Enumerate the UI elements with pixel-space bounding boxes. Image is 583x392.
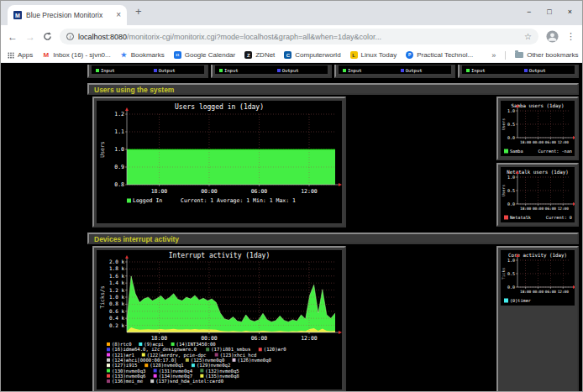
interrupt-activity-graph[interactable]: Interrupt activity (1day)Ticks/s0.2 k0.4… [97, 250, 342, 389]
svg-text:Users: Users [502, 185, 506, 196]
legend-swatch [186, 358, 189, 362]
bookmark-item[interactable]: PPractical Technol... [406, 51, 473, 59]
svg-text:1.8 k: 1.8 k [109, 265, 124, 271]
zdnet-icon: Z [244, 51, 252, 59]
interrupts-section-body: Interrupt activity (1day)Ticks/s0.2 k0.4… [87, 246, 579, 391]
legend-swatch [171, 342, 175, 346]
svg-text:Netatalk users (1day): Netatalk users (1day) [507, 170, 568, 175]
bookmark-label: Linux Today [361, 51, 397, 59]
legend-swatch [127, 199, 131, 203]
cutoff-graph-panel: InputOutput [334, 65, 455, 78]
users-section: Users using the system Users logged in (… [87, 83, 579, 227]
output-legend-swatch [401, 69, 404, 72]
svg-text:Current: 1 Average: 1 Mi: Current: 1 Average: 1 Min: 1 Max: 1 [181, 197, 296, 204]
apps-label: Apps [18, 51, 33, 59]
back-button[interactable]: ← [8, 32, 18, 42]
legend-swatch [142, 353, 145, 357]
svg-text:0.8 k: 0.8 k [109, 301, 124, 306]
legend-swatch [107, 342, 110, 346]
legend-swatch [259, 348, 262, 351]
other-bookmarks-button[interactable]: Other bookmarks [515, 51, 578, 59]
output-legend-swatch [154, 69, 157, 72]
legend-swatch [144, 363, 148, 367]
navigation-bar: ← → i localhost:8080/monitorix-cgi/monit… [1, 25, 582, 48]
svg-text:1.1: 1.1 [114, 128, 124, 135]
browser-tab[interactable]: M Blue Precision Monitorix × [8, 5, 127, 25]
legend-label: (14)INT3450:00 [176, 342, 216, 347]
svg-text:Samba users (1day): Samba users (1day) [512, 103, 565, 109]
url-text[interactable]: localhost:8080/monitorix-cgi/monitorix.c… [78, 33, 520, 41]
forward-button[interactable]: → [25, 32, 35, 42]
legend-swatch [107, 358, 110, 362]
apps-grid-icon [8, 52, 14, 59]
bookmark-item[interactable]: ZZDNet [244, 51, 275, 59]
legend-swatch [139, 342, 142, 346]
close-window-button[interactable]: × [568, 8, 572, 16]
window-controls: − □ × [527, 1, 572, 23]
legend-label: Samba [510, 149, 523, 154]
svg-text:Current: 0: Current: 0 [546, 215, 572, 220]
input-legend-swatch [219, 69, 223, 72]
users-section-body: Users logged in (1day)Users0.80.91.01.11… [87, 97, 579, 227]
minimize-button[interactable]: − [527, 8, 531, 16]
reload-icon[interactable] [43, 32, 52, 41]
tab-strip: M Blue Precision Monitorix × + − □ × [1, 1, 582, 25]
svg-text:18:00: 18:00 [520, 206, 532, 211]
bookmarks-divider [505, 51, 506, 60]
bookmark-item[interactable]: ★Bookmarks [120, 51, 165, 59]
browser-menu-icon[interactable]: ⋮ [566, 32, 575, 41]
svg-text:00:00: 00:00 [533, 290, 544, 294]
users-logged-in-graph[interactable]: Users logged in (1day)Users0.80.91.01.11… [97, 101, 342, 223]
svg-text:12:00: 12:00 [558, 290, 570, 294]
svg-text:12:00: 12:00 [301, 335, 318, 342]
address-bar[interactable]: i localhost:8080/monitorix-cgi/monitorix… [60, 29, 538, 44]
page-info-icon[interactable]: i [66, 33, 74, 40]
bookmark-item[interactable]: 31Google Calendar [174, 51, 235, 59]
netatalk-users-graph[interactable]: Netatalk users (1day)Users0.00.51.018:00… [501, 167, 575, 222]
bookmark-label: Bookmarks [131, 51, 165, 59]
bookmarks-overflow-icon[interactable]: » [491, 51, 496, 60]
core-activity-graph[interactable]: Core activity (1day)Ticks0.00.51.018:000… [501, 250, 575, 306]
bookmark-label: Inbox (16) - sjvn0... [53, 51, 110, 59]
legend-label: (124)ahci[0000:00:17.0] [112, 358, 176, 363]
svg-text:0.9: 0.9 [114, 164, 124, 170]
svg-text:Users: Users [502, 118, 506, 130]
svg-text:06:00: 06:00 [545, 206, 557, 211]
svg-text:18:00: 18:00 [151, 335, 168, 342]
legend-swatch [150, 379, 154, 383]
output-legend-swatch [277, 69, 281, 72]
legend-swatch [504, 299, 508, 303]
svg-text:18:00: 18:00 [520, 290, 532, 294]
bookmark-star-icon[interactable]: ☆ [524, 33, 532, 41]
svg-text:06:00: 06:00 [251, 188, 268, 195]
legend-label: Netatalk [510, 215, 532, 220]
input-legend-swatch [343, 69, 346, 72]
gmail-icon: M [42, 51, 50, 59]
apps-shortcut[interactable]: Apps [8, 51, 33, 59]
svg-text:0.6 k: 0.6 k [109, 308, 124, 314]
legend-swatch [154, 369, 157, 373]
bookmark-item[interactable]: LLinux Today [350, 51, 397, 59]
netatalk-users-panel: Netatalk users (1day)Users0.00.51.018:00… [496, 163, 579, 227]
maximize-button[interactable]: □ [547, 8, 551, 16]
tab-close-icon[interactable]: × [116, 11, 121, 19]
svg-text:Users logged in (1day): Users logged in (1day) [175, 103, 264, 111]
interrupts-section: Devices interrupt activity Interrupt act… [87, 233, 579, 391]
samba-users-graph[interactable]: Samba users (1day)Users0.00.51.018:0000:… [501, 101, 575, 156]
bookmark-item[interactable]: CComputerworld [284, 51, 340, 59]
other-bookmarks-label: Other bookmarks [527, 51, 578, 59]
svg-text:00:00: 00:00 [533, 206, 544, 211]
interrupts-section-header: Devices interrupt activity [87, 233, 579, 244]
new-tab-button[interactable]: + [135, 6, 142, 17]
svg-text:00:00: 00:00 [201, 335, 218, 342]
bookmarks-bar: Apps MInbox (16) - sjvn0...★Bookmarks31G… [1, 48, 582, 63]
samba-users-panel: Samba users (1day)Users0.00.51.018:0000:… [496, 97, 579, 160]
bookmark-item[interactable]: MInbox (16) - sjvn0... [42, 51, 110, 59]
svg-text:Interrupt activity (1day): Interrupt activity (1day) [169, 252, 270, 259]
practical-tech-icon: P [406, 51, 413, 59]
profile-avatar-icon[interactable] [546, 30, 559, 43]
input-legend-swatch [466, 69, 470, 72]
legend-swatch [107, 374, 110, 378]
svg-text:1.0: 1.0 [507, 175, 515, 180]
output-legend: Output [401, 68, 423, 73]
